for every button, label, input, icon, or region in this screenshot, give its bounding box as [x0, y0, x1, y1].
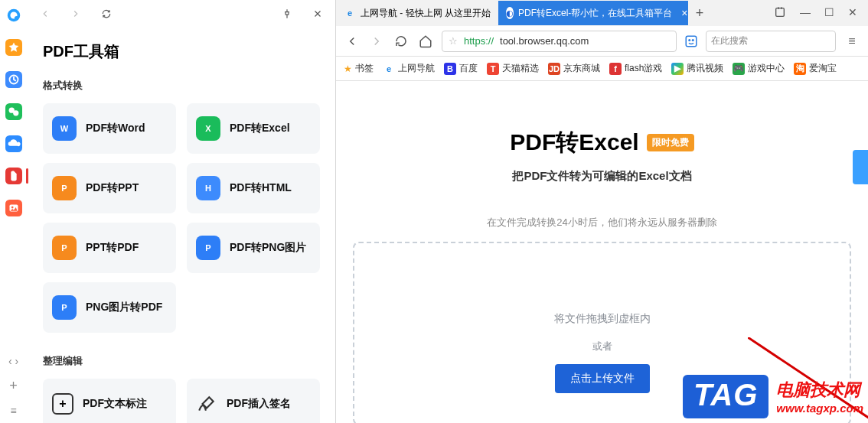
html-icon: H — [196, 176, 220, 200]
window-maximize-icon[interactable]: ☐ — [824, 6, 834, 21]
app-icon-clock[interactable] — [5, 70, 23, 89]
bookmark-label: 爱淘宝 — [809, 62, 837, 75]
tool-label: PDF转HTML — [230, 181, 292, 195]
tool-label: PDF转Excel — [230, 122, 290, 135]
nav-home-icon[interactable] — [417, 33, 434, 50]
page-content: PDF转Excel限时免费 把PDF文件转为可编辑的Excel文档 在文件完成转… — [336, 81, 868, 423]
tool-ppt-to-pdf[interactable]: PPPT转PDF — [43, 223, 176, 273]
bookmark-label: 游戏中心 — [748, 62, 785, 75]
panel-back-icon[interactable] — [37, 5, 54, 22]
app-icon-image[interactable] — [5, 199, 23, 217]
new-tab-button[interactable]: + — [688, 5, 711, 21]
svg-rect-15 — [686, 36, 697, 47]
window-close-icon[interactable]: ✕ — [848, 6, 857, 21]
bookmark-tmall[interactable]: T天猫精选 — [487, 62, 539, 75]
panel-close-icon[interactable] — [309, 5, 326, 22]
nav-back-icon[interactable] — [344, 33, 361, 50]
upload-button[interactable]: 点击上传文件 — [555, 364, 650, 393]
app-icon-pdf[interactable] — [5, 167, 23, 185]
panel-refresh-icon[interactable] — [98, 5, 115, 22]
tab-bar: e上网导航 - 轻快上网 从这里开始 ◐PDF转Excel-帮小忙，在线工具箱平… — [336, 0, 868, 26]
bookmark-label: flash游戏 — [625, 62, 662, 75]
side-nav-peek[interactable] — [853, 150, 868, 184]
taobao-icon: 淘 — [794, 63, 806, 75]
svg-point-16 — [688, 39, 690, 41]
excel-icon: X — [196, 116, 220, 141]
bookmark-games[interactable]: 🎮游戏中心 — [733, 62, 785, 75]
app-icon-chat[interactable] — [5, 102, 23, 121]
word-icon: W — [52, 116, 77, 141]
bookmark-tencent-video[interactable]: ▶腾讯视频 — [671, 62, 723, 75]
site-permission-icon[interactable] — [684, 34, 698, 48]
tool-pdf-to-excel[interactable]: XPDF转Excel — [187, 103, 320, 154]
svg-rect-14 — [776, 8, 785, 16]
bookmark-label: 百度 — [459, 62, 478, 75]
tool-pdf-sign[interactable]: PDF插入签名 — [187, 379, 320, 423]
ie-icon: e — [383, 63, 395, 75]
tool-pdf-to-html[interactable]: HPDF转HTML — [187, 163, 320, 213]
bookmark-root[interactable]: ★书签 — [344, 62, 374, 75]
tab-navigation[interactable]: e上网导航 - 轻快上网 从这里开始 — [336, 1, 498, 25]
search-placeholder: 在此搜索 — [711, 34, 748, 47]
tool-label: PDF转Word — [86, 122, 145, 135]
svg-point-17 — [692, 39, 694, 41]
tool-pdf-to-png[interactable]: PPDF转PNG图片 — [187, 223, 320, 273]
png-icon: P — [196, 236, 220, 260]
tool-pdf-to-ppt[interactable]: PPDF转PPT — [43, 163, 176, 213]
window-minimize-icon[interactable]: — — [800, 6, 811, 21]
tab-title: PDF转Excel-帮小忙，在线工具箱平台 — [518, 7, 672, 20]
tmall-icon: T — [487, 63, 499, 75]
bookmark-label: 天猫精选 — [502, 62, 539, 75]
menu-icon[interactable]: ≡ — [844, 33, 860, 50]
drop-hint: 将文件拖拽到虚框内 — [362, 312, 842, 326]
extensions-icon[interactable] — [774, 6, 786, 21]
tool-label: PDF文本标注 — [83, 397, 147, 411]
png-pdf-icon: P — [52, 295, 77, 320]
appbar-collapse-icon[interactable]: ‹ › — [8, 355, 18, 367]
bookmark-aitaobao[interactable]: 淘爱淘宝 — [794, 62, 837, 75]
bookmark-flash[interactable]: fflash游戏 — [609, 62, 662, 75]
url-input[interactable]: ☆ https://tool.browser.qq.com — [442, 31, 677, 52]
page-subtitle: 把PDF文件转为可编辑的Excel文档 — [336, 169, 868, 184]
video-icon: ▶ — [671, 63, 684, 75]
tool-label: PNG图片转PDF — [86, 301, 162, 314]
bookmark-baidu[interactable]: B百度 — [444, 62, 478, 75]
panel-pin-icon[interactable] — [279, 5, 295, 22]
tool-png-to-pdf[interactable]: PPNG图片转PDF — [43, 282, 176, 333]
nav-forward-icon[interactable] — [368, 33, 385, 50]
bookmark-jd[interactable]: JD京东商城 — [548, 62, 600, 75]
search-input[interactable]: 在此搜索 — [706, 31, 836, 52]
file-dropzone[interactable]: 将文件拖拽到虚框内 或者 点击上传文件 — [353, 242, 851, 423]
svg-point-2 — [14, 16, 18, 20]
bookmark-label: 腾讯视频 — [687, 62, 723, 75]
game-icon: 🎮 — [733, 63, 745, 75]
star-icon[interactable]: ☆ — [449, 35, 458, 47]
star-icon: ★ — [344, 63, 352, 74]
tool-pdf-to-word[interactable]: WPDF转Word — [43, 103, 176, 154]
ppt-pdf-icon: P — [52, 236, 77, 260]
tool-pdf-annotate[interactable]: +PDF文本标注 — [43, 379, 176, 423]
svg-point-8 — [13, 110, 18, 116]
bookmark-label: 书签 — [355, 62, 374, 75]
app-icon-star[interactable] — [5, 38, 23, 57]
tab-title: 上网导航 - 轻快上网 从这里开始 — [361, 7, 491, 20]
nav-refresh-icon[interactable] — [393, 33, 410, 50]
tool-icon: ◐ — [506, 7, 514, 19]
annotate-icon: + — [52, 393, 73, 415]
baidu-icon: B — [444, 63, 456, 75]
appbar-add-icon[interactable]: + — [9, 378, 18, 394]
appbar-menu-icon[interactable]: ≡ — [10, 405, 16, 417]
tab-close-icon[interactable]: × — [681, 7, 687, 19]
page-note: 在文件完成转换24小时后，他们将永远从服务器删除 — [336, 216, 868, 229]
panel-title: PDF工具箱 — [28, 28, 335, 73]
panel-forward-icon[interactable] — [67, 5, 84, 22]
svg-point-13 — [11, 207, 13, 209]
tab-pdf-excel[interactable]: ◐PDF转Excel-帮小忙，在线工具箱平台× — [498, 1, 688, 25]
app-icon-cloud[interactable] — [5, 135, 23, 153]
tool-label: PPT转PDF — [86, 241, 139, 255]
pdf-toolbox-panel: PDF工具箱 格式转换 WPDF转Word XPDF转Excel PPDF转PP… — [28, 0, 335, 423]
bookmark-nav[interactable]: e上网导航 — [383, 62, 435, 75]
url-host: tool.browser.qq.com — [500, 35, 589, 47]
bookmark-label: 京东商城 — [563, 62, 600, 75]
app-icon-qq[interactable] — [5, 6, 23, 24]
